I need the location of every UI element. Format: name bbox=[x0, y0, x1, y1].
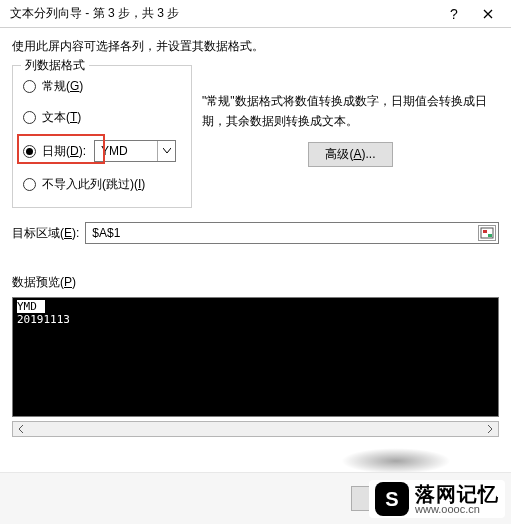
close-button[interactable] bbox=[471, 2, 505, 26]
preview-header: YMD bbox=[17, 300, 45, 313]
dialog-title: 文本分列向导 - 第 3 步，共 3 步 bbox=[10, 5, 437, 22]
radio-icon bbox=[23, 80, 36, 93]
column-format-group: 列数据格式 常规(G) 文本(T) 日期(D): YMD bbox=[12, 65, 192, 208]
chevron-down-icon bbox=[157, 141, 175, 161]
radio-skip[interactable]: 不导入此列(跳过)(I) bbox=[23, 176, 181, 193]
close-icon bbox=[483, 9, 493, 19]
decorative-shadow bbox=[341, 448, 451, 474]
svg-rect-1 bbox=[483, 230, 487, 233]
scroll-right-icon[interactable] bbox=[482, 422, 498, 436]
preview-label: 数据预览(P) bbox=[12, 274, 499, 291]
radio-icon bbox=[23, 111, 36, 124]
combo-value: YMD bbox=[95, 144, 157, 158]
watermark: S 落网记忆 www.oooc.cn bbox=[369, 480, 505, 518]
radio-label: 日期(D): bbox=[42, 143, 86, 160]
radio-label: 不导入此列(跳过)(I) bbox=[42, 176, 145, 193]
watermark-url: www.oooc.cn bbox=[415, 504, 499, 515]
format-description: "常规"数据格式将数值转换成数字，日期值会转换成日期，其余数据则转换成文本。 bbox=[202, 91, 499, 132]
destination-input[interactable]: $A$1 bbox=[85, 222, 499, 244]
watermark-icon: S bbox=[375, 482, 409, 516]
horizontal-scrollbar[interactable] bbox=[12, 421, 499, 437]
advanced-button[interactable]: 高级(A)... bbox=[308, 142, 392, 167]
help-button[interactable]: ? bbox=[437, 2, 471, 26]
radio-icon bbox=[23, 145, 36, 158]
date-format-combo[interactable]: YMD bbox=[94, 140, 176, 162]
destination-value: $A$1 bbox=[92, 226, 478, 240]
preview-area[interactable]: YMD 20191113 bbox=[12, 297, 499, 417]
radio-general[interactable]: 常规(G) bbox=[23, 78, 181, 95]
scroll-left-icon[interactable] bbox=[13, 422, 29, 436]
group-legend: 列数据格式 bbox=[21, 57, 89, 74]
instruction-text: 使用此屏内容可选择各列，并设置其数据格式。 bbox=[12, 38, 499, 55]
radio-label: 文本(T) bbox=[42, 109, 81, 126]
destination-label: 目标区域(E): bbox=[12, 225, 79, 242]
watermark-text: 落网记忆 bbox=[415, 484, 499, 504]
radio-icon bbox=[23, 178, 36, 191]
radio-label: 常规(G) bbox=[42, 78, 83, 95]
range-picker-icon[interactable] bbox=[478, 225, 496, 241]
radio-text[interactable]: 文本(T) bbox=[23, 109, 181, 126]
radio-date[interactable]: 日期(D): YMD bbox=[23, 140, 181, 162]
preview-row: 20191113 bbox=[17, 313, 494, 326]
svg-rect-2 bbox=[488, 234, 492, 237]
